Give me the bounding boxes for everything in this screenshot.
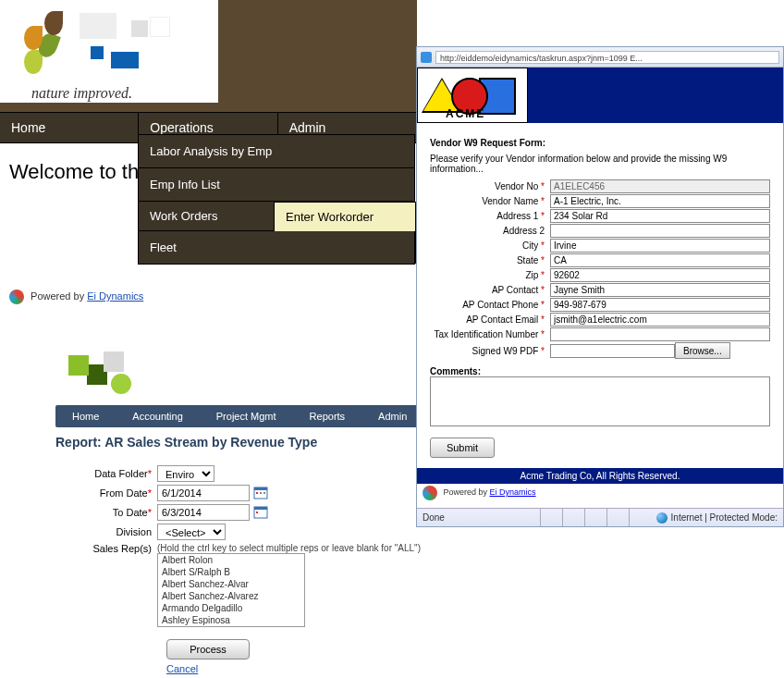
lbl-ap-phone: AP Contact Phone *: [430, 300, 550, 310]
lbl-from-date: From Date*: [55, 487, 157, 499]
rnav-reports[interactable]: Reports: [293, 405, 362, 427]
operations-dropdown: Labor Analysis by Emp Emp Info List Work…: [138, 134, 415, 265]
city-field[interactable]: [550, 239, 770, 253]
report-title: Report: AR Sales Stream by Revenue Type: [55, 427, 425, 462]
w9-form: Vendor W9 Request Form: Please verify yo…: [417, 123, 783, 467]
lbl-vendor-name: Vendor Name *: [430, 196, 550, 206]
vendor-no-field: [550, 179, 770, 193]
lbl-address2: Address 2: [430, 226, 550, 236]
tagline: nature improved.: [31, 85, 132, 102]
process-button[interactable]: Process: [166, 639, 250, 660]
acme-browser-pane: http://eiddemo/eidynamics/taskrun.aspx?j…: [416, 46, 784, 527]
browse-button[interactable]: Browse...: [675, 342, 730, 359]
svg-rect-6: [254, 507, 267, 510]
globe-icon: [656, 512, 668, 524]
powered-text: Powered by: [31, 290, 87, 302]
rnav-admin[interactable]: Admin: [361, 405, 423, 427]
form-title: Vendor W9 Request Form:: [430, 138, 770, 148]
lbl-division: Division: [55, 526, 157, 537]
url-display[interactable]: http://eiddemo/eidynamics/taskrun.aspx?j…: [435, 51, 779, 64]
division-select[interactable]: <Select>: [157, 524, 226, 540]
dd-emp-info[interactable]: Emp Info List: [138, 168, 415, 202]
state-field[interactable]: [550, 253, 770, 267]
ei-orb-icon: [423, 486, 437, 500]
status-done: Done: [417, 512, 450, 523]
dd-fleet[interactable]: Fleet: [138, 231, 415, 265]
comments-label: Comments:: [430, 366, 770, 376]
welcome-left: Welcome to th: [9, 160, 139, 183]
report-app-pane: Home Accounting Project Mgmt Reports Adm…: [55, 342, 425, 678]
rnav-project-mgmt[interactable]: Project Mgmt: [200, 405, 293, 427]
ap-contact-field[interactable]: [550, 283, 770, 297]
list-item[interactable]: Ashley Espinosa: [158, 614, 304, 626]
lbl-vendor-no: Vendor No *: [430, 181, 550, 191]
dd-labor-analysis[interactable]: Labor Analysis by Emp: [138, 134, 415, 168]
page-favicon-icon: [421, 52, 432, 63]
lbl-tin: Tax Identification Number *: [430, 329, 550, 339]
powered-text: Powered by: [444, 487, 490, 497]
svg-rect-1: [254, 487, 267, 490]
list-item[interactable]: Albert Sanchez-Alvarez: [158, 590, 304, 602]
browser-status-bar: Done Internet | Protected Mode:: [417, 508, 783, 526]
nav-home[interactable]: Home: [0, 113, 139, 142]
svg-rect-7: [256, 512, 258, 513]
list-item[interactable]: Albert S/Ralph B: [158, 566, 304, 578]
lbl-signed-pdf: Signed W9 PDF *: [430, 346, 550, 356]
ei-dynamics-link[interactable]: Ei Dynamics: [490, 487, 536, 497]
address2-field[interactable]: [550, 224, 770, 238]
reps-hint: (Hold the ctrl key to select multiple re…: [157, 543, 421, 553]
tin-field[interactable]: [550, 327, 770, 341]
svg-rect-4: [263, 492, 265, 494]
lbl-state: State *: [430, 255, 550, 265]
to-date-input[interactable]: [157, 504, 250, 521]
dd-work-orders[interactable]: Work Orders Enter Workorder View Workord…: [138, 202, 415, 231]
cancel-link[interactable]: Cancel: [166, 663, 425, 674]
acme-header: ACME: [417, 68, 783, 123]
nature-app-pane: nature improved. Home Operations Admin W…: [0, 0, 417, 310]
lbl-data-folder: Data Folder*: [55, 468, 157, 479]
logo-area: nature improved.: [0, 0, 218, 103]
zip-field[interactable]: [550, 268, 770, 282]
calendar-icon[interactable]: [253, 505, 268, 520]
logo-icon: [7, 6, 192, 80]
lbl-ap-contact: AP Contact *: [430, 285, 550, 295]
list-item[interactable]: Albert Rolon: [158, 554, 304, 566]
acme-footer: Acme Trading Co, All Rights Reserved.: [417, 468, 783, 484]
data-folder-select[interactable]: Enviro: [157, 465, 214, 482]
svg-rect-3: [260, 492, 262, 494]
report-logo-icon: [59, 346, 142, 403]
list-item[interactable]: Armando Delgadillo: [158, 602, 304, 614]
address1-field[interactable]: [550, 209, 770, 223]
sales-reps-listbox[interactable]: Albert Rolon Albert S/Ralph B Albert San…: [157, 553, 305, 627]
comments-textarea[interactable]: [430, 376, 770, 426]
ap-email-field[interactable]: [550, 313, 770, 327]
ei-dynamics-link[interactable]: Ei Dynamics: [87, 290, 143, 302]
vendor-name-field[interactable]: [550, 194, 770, 208]
lbl-city: City *: [430, 240, 550, 251]
form-intro: Please verify your Vendor information be…: [430, 154, 770, 174]
signed-pdf-field[interactable]: [550, 344, 675, 358]
svg-rect-2: [256, 492, 258, 494]
ei-orb-icon: [9, 290, 24, 304]
lbl-address1: Address 1 *: [430, 211, 550, 221]
submit-button[interactable]: Submit: [430, 438, 495, 458]
list-item[interactable]: Albert Sanchez-Alvar: [158, 578, 304, 590]
powered-by: Powered by Ei Dynamics: [0, 284, 417, 310]
lbl-ap-email: AP Contact Email *: [430, 314, 550, 325]
from-date-input[interactable]: [157, 485, 250, 501]
lbl-zip: Zip *: [430, 270, 550, 280]
powered-by: Powered by Ei Dynamics: [423, 486, 536, 500]
sub-enter-workorder[interactable]: Enter Workorder: [274, 202, 416, 233]
rnav-home[interactable]: Home: [55, 405, 116, 427]
status-internet: Internet | Protected Mode:: [651, 512, 783, 524]
calendar-icon[interactable]: [253, 486, 268, 500]
acme-logo-text: ACME: [446, 107, 485, 120]
browser-tab-bar: http://eiddemo/eidynamics/taskrun.aspx?j…: [417, 47, 783, 68]
lbl-to-date: To Date*: [55, 507, 157, 518]
report-nav: Home Accounting Project Mgmt Reports Adm…: [55, 405, 425, 427]
ap-phone-field[interactable]: [550, 298, 770, 312]
rnav-accounting[interactable]: Accounting: [116, 405, 199, 427]
status-net-text: Internet | Protected Mode:: [671, 512, 778, 523]
dd-work-orders-label: Work Orders: [150, 209, 217, 223]
banner: nature improved.: [0, 0, 417, 112]
